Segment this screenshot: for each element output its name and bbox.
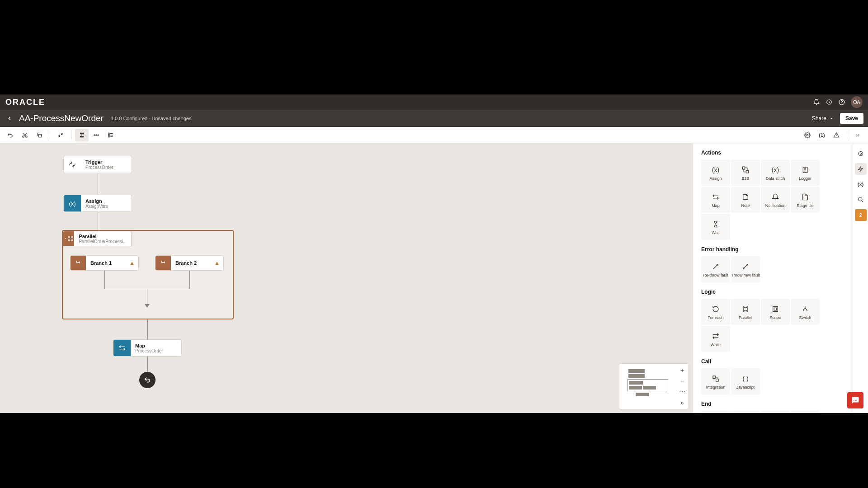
palette-item-integration[interactable]: Integration: [701, 368, 730, 394]
palette-item-notification[interactable]: Notification: [761, 187, 790, 213]
palette-item-scope[interactable]: Scope: [761, 299, 790, 325]
zoom-out-button[interactable]: −: [678, 376, 687, 385]
brand-logo: ORACLE: [5, 98, 45, 107]
palette-item-b2b[interactable]: B2B: [731, 160, 760, 186]
more-button[interactable]: ⋯: [678, 387, 687, 396]
branch-icon: [156, 256, 171, 270]
b2b-icon: [741, 164, 750, 175]
palette-item-parallel[interactable]: Parallel: [731, 299, 760, 325]
actions-tab-icon[interactable]: [855, 163, 867, 175]
scope-icon: [772, 304, 779, 314]
svg-point-8: [94, 134, 95, 135]
save-button[interactable]: Save: [840, 113, 863, 124]
palette-item-switch[interactable]: Switch: [791, 299, 820, 325]
while-icon: [712, 331, 719, 342]
svg-rect-11: [108, 133, 109, 134]
svg-point-15: [69, 236, 70, 237]
svg-rect-29: [716, 379, 718, 381]
gear-icon[interactable]: [801, 129, 814, 141]
palette-item-re-throw-fault[interactable]: Re-throw fault: [701, 256, 730, 282]
palette-item-javascript[interactable]: ( )Javascript: [731, 368, 760, 394]
palette-item-fault-return[interactable]: Fault return: [731, 411, 760, 413]
node-end[interactable]: [139, 372, 156, 388]
undo-button[interactable]: [4, 129, 17, 141]
node-assign[interactable]: (x) AssignAssignVars: [63, 195, 132, 212]
javascript-icon: ( ): [742, 373, 748, 384]
palette-item-while[interactable]: While: [701, 326, 730, 352]
search-icon[interactable]: [855, 194, 867, 206]
minimap[interactable]: + − ⋯ »: [619, 363, 689, 409]
palette-item-return[interactable]: Return: [761, 411, 790, 413]
palette-item-note[interactable]: Note: [731, 187, 760, 213]
palette-item-stage-file[interactable]: Stage file: [791, 187, 820, 213]
parallel-icon: [63, 231, 74, 246]
back-button[interactable]: [5, 113, 14, 123]
warning-icon: ▲: [214, 260, 223, 266]
layout-list-button[interactable]: [104, 129, 118, 141]
variable-count-icon[interactable]: (1): [815, 129, 829, 141]
palette-item-map[interactable]: Map: [701, 187, 730, 213]
warning-icon[interactable]: [830, 129, 843, 141]
section-title: Call: [701, 358, 844, 365]
avatar[interactable]: OA: [851, 96, 863, 108]
target-icon[interactable]: [855, 148, 867, 160]
svg-point-14: [807, 134, 808, 136]
palette-item-throw-new-fault[interactable]: Throw new fault: [731, 256, 760, 282]
svg-point-32: [860, 153, 862, 155]
toolbar: (1): [0, 127, 868, 143]
bell-icon[interactable]: [810, 96, 823, 108]
palette-item-wait[interactable]: Wait: [701, 214, 730, 240]
svg-rect-27: [774, 308, 776, 310]
notification-icon: [772, 192, 779, 202]
svg-rect-12: [108, 134, 109, 135]
section-title: Actions: [701, 150, 844, 156]
palette-item-assign[interactable]: (x)Assign: [701, 160, 730, 186]
error-count-badge[interactable]: 2: [855, 209, 867, 221]
cut-button[interactable]: [18, 129, 32, 141]
svg-point-25: [747, 310, 748, 311]
assign-icon: (x): [64, 195, 81, 211]
switch-icon: [802, 304, 809, 314]
share-button[interactable]: Share: [812, 115, 834, 122]
layout-horizontal-button[interactable]: [90, 129, 103, 141]
help-icon[interactable]: [835, 96, 848, 108]
svg-rect-7: [81, 134, 82, 136]
section-title: End: [701, 401, 844, 407]
svg-point-9: [96, 134, 97, 135]
copy-button[interactable]: [33, 129, 46, 141]
parallel-icon: [742, 304, 749, 314]
palette-item-data-stitch[interactable]: (x)Data stitch: [761, 160, 790, 186]
node-parallel[interactable]: ParallelParallelOrderProcessi... Branch …: [62, 230, 234, 319]
node-branch-2[interactable]: Branch 2 ▲: [155, 255, 224, 271]
node-map[interactable]: MapProcessOrder: [113, 339, 182, 357]
node-branch-1[interactable]: Branch 1 ▲: [70, 255, 139, 271]
palette-item-stop[interactable]: Stop: [791, 411, 820, 413]
integration-icon: [712, 373, 719, 384]
zoom-in-button[interactable]: +: [678, 366, 687, 375]
expand-button[interactable]: »: [678, 398, 687, 407]
variable-tab-icon[interactable]: (x): [855, 178, 867, 190]
svg-point-17: [69, 239, 70, 240]
canvas[interactable]: TriggerProcessOrder (x) AssignAssignVars…: [0, 143, 693, 413]
collapse-button[interactable]: [54, 129, 67, 141]
svg-point-31: [859, 151, 863, 155]
section-title: Logic: [701, 289, 844, 295]
svg-point-18: [72, 239, 73, 240]
palette-item-for-each[interactable]: For each: [701, 299, 730, 325]
collapse-panel-button[interactable]: [851, 129, 864, 141]
layout-vertical-button[interactable]: [75, 129, 89, 141]
actions-palette: Actions (x)AssignB2B(x)Data stitchLogger…: [693, 143, 853, 413]
svg-rect-20: [746, 170, 749, 173]
chat-button[interactable]: [847, 392, 863, 408]
svg-rect-19: [742, 167, 745, 169]
palette-item-callback[interactable]: Callback: [701, 411, 730, 413]
section-title: Error handling: [701, 246, 844, 253]
throw-icon: [742, 261, 749, 272]
svg-point-24: [743, 310, 745, 311]
global-header: ORACLE OA: [0, 94, 868, 110]
palette-item-logger[interactable]: Logger: [791, 160, 820, 186]
svg-rect-5: [80, 132, 84, 134]
page-header: AA-ProcessNewOrder 1.0.0 Configured · Un…: [0, 110, 868, 127]
refresh-icon[interactable]: [823, 96, 835, 108]
node-trigger[interactable]: TriggerProcessOrder: [63, 156, 132, 173]
